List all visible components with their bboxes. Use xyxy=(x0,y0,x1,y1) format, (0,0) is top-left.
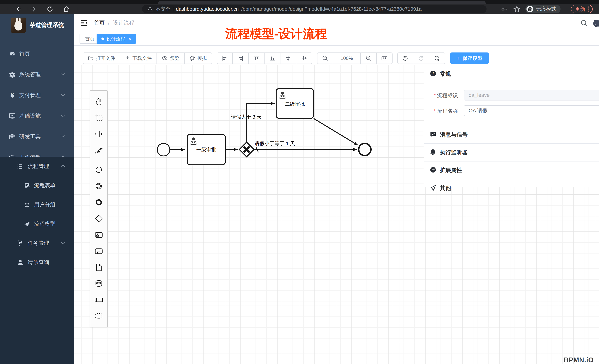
sidebar-item-system[interactable]: 系统管理 xyxy=(0,64,74,85)
gateway-shape-icon[interactable] xyxy=(90,211,107,227)
align-center-vertical-button[interactable] xyxy=(296,52,312,64)
exclusive-gateway[interactable] xyxy=(239,142,254,157)
align-center-horizontal-button[interactable] xyxy=(281,52,296,64)
user-task-level1[interactable]: 一级审批 xyxy=(187,134,225,165)
preview-button[interactable]: 预览 xyxy=(157,52,185,64)
github-icon[interactable] xyxy=(592,18,599,28)
sidebar-item-label: 系统管理 xyxy=(19,71,41,78)
sidebar-item-process-form[interactable]: 流程表单 xyxy=(0,176,74,195)
plus-circle-icon xyxy=(430,167,436,174)
align-bottom-button[interactable] xyxy=(264,52,281,64)
lasso-tool-icon[interactable] xyxy=(90,110,107,126)
data-object-shape-icon[interactable] xyxy=(90,259,107,276)
process-key-field-row: *流程标识 xyxy=(424,90,599,101)
tree-list-icon xyxy=(16,163,24,169)
sidebar-item-leave-query[interactable]: 请假查询 xyxy=(0,253,74,272)
zoom-reset-button[interactable] xyxy=(377,52,393,64)
sidebar-item-user-group[interactable]: 用户分组 xyxy=(0,195,74,214)
process-key-input[interactable] xyxy=(464,90,599,101)
tab-close-icon[interactable]: × xyxy=(128,36,131,42)
browser-chrome: 不安全 dashboard.yudao.iocoder.cn/bpm/manag… xyxy=(0,0,599,14)
password-key-icon[interactable] xyxy=(501,5,508,13)
flow-task2-to-end[interactable] xyxy=(314,119,358,145)
end-event[interactable] xyxy=(359,143,371,156)
tab-design-process[interactable]: 设计流程 × xyxy=(97,34,136,44)
browser-reload-button[interactable] xyxy=(46,5,54,13)
end-event-shape-icon[interactable] xyxy=(90,194,107,211)
sidebar-item-home[interactable]: 首页 xyxy=(0,44,74,64)
search-icon[interactable] xyxy=(579,18,589,28)
palette-divider xyxy=(92,160,106,160)
panel-section-other[interactable]: 其他 xyxy=(424,179,599,197)
browser-back-button[interactable] xyxy=(14,5,22,13)
sidebar-item-devtools[interactable]: 研发工具 xyxy=(0,126,74,147)
process-name-label: *流程名称 xyxy=(434,108,458,115)
sidebar-item-process-mgmt[interactable]: 流程管理 xyxy=(0,157,74,176)
sidebar-item-payment[interactable]: ¥ 支付管理 xyxy=(0,85,74,106)
download-file-label: 下载文件 xyxy=(132,55,152,61)
intermediate-event-shape-icon[interactable] xyxy=(90,178,107,194)
panel-section-general[interactable]: i 常规 xyxy=(424,65,599,83)
simulate-label: 模拟 xyxy=(197,55,207,61)
start-event[interactable] xyxy=(157,143,170,156)
panel-section-title: 扩展属性 xyxy=(440,167,462,174)
sidebar-item-process-model[interactable]: 流程模型 xyxy=(0,214,74,234)
panel-section-extensions[interactable]: 扩展属性 xyxy=(424,161,599,179)
panel-section-listeners[interactable]: 执行监听器 xyxy=(424,144,599,161)
app-logo-row[interactable]: 芋道管理系统 xyxy=(0,14,74,36)
zoom-out-button[interactable] xyxy=(317,52,333,64)
chevron-down-icon xyxy=(60,241,65,245)
browser-home-button[interactable] xyxy=(62,5,70,13)
process-name-input[interactable] xyxy=(464,105,599,116)
zoom-level: 100% xyxy=(333,52,361,64)
undo-button[interactable] xyxy=(397,52,413,64)
sidebar: 芋道管理系统 首页 系统管理 ¥ 支付管理 基础设施 xyxy=(0,14,74,364)
flow-gateway-to-task2[interactable] xyxy=(247,103,275,142)
hand-tool-icon[interactable] xyxy=(90,93,107,110)
redo-button[interactable] xyxy=(413,52,429,64)
simulate-button[interactable]: 模拟 xyxy=(185,52,212,64)
sidebar-fold-icon[interactable] xyxy=(79,18,88,27)
bpmn-canvas[interactable]: 一级审批 二级审批 请假大于 3 天 请假小于等于 1 天 xyxy=(74,65,599,364)
save-model-button[interactable]: + 保存模型 xyxy=(450,52,489,64)
browser-update-button[interactable]: 更新 xyxy=(571,5,593,13)
bpmn-io-logo[interactable]: BPMN.iO xyxy=(564,356,594,364)
panel-section-messages[interactable]: 消息与信号 xyxy=(424,126,599,144)
user-task-shape-icon[interactable] xyxy=(90,227,107,243)
sidebar-item-infra[interactable]: 基础设施 xyxy=(0,106,74,126)
user-task-level2[interactable]: 二级审批 xyxy=(276,88,314,119)
participant-pool-shape-icon[interactable] xyxy=(90,292,107,308)
browser-forward-button[interactable] xyxy=(30,5,38,13)
space-tool-icon[interactable] xyxy=(90,126,107,142)
open-file-button[interactable]: 打开文件 xyxy=(83,52,120,64)
data-store-shape-icon[interactable] xyxy=(90,276,107,292)
zoom-in-button[interactable] xyxy=(361,52,377,64)
sidebar-item-task-mgmt[interactable]: 任务管理 xyxy=(0,234,74,253)
align-top-button[interactable] xyxy=(249,52,264,64)
incognito-badge: 无痕模式 xyxy=(525,5,561,13)
not-secure-icon xyxy=(147,6,153,12)
browser-menu-icon[interactable] xyxy=(588,7,589,12)
browser-address-bar[interactable]: 不安全 dashboard.yudao.iocoder.cn/bpm/manag… xyxy=(142,5,486,13)
browser-active-tab[interactable] xyxy=(158,1,486,4)
svg-text:i: i xyxy=(432,71,434,76)
app-logo xyxy=(11,17,26,33)
send-icon xyxy=(430,185,436,192)
align-right-button[interactable] xyxy=(233,52,249,64)
yen-icon: ¥ xyxy=(9,92,16,99)
start-event-shape-icon[interactable] xyxy=(90,162,107,178)
bookmark-star-icon[interactable] xyxy=(513,5,520,13)
breadcrumb-home[interactable]: 首页 xyxy=(94,19,105,27)
task-flow-icon xyxy=(16,240,24,246)
align-left-button[interactable] xyxy=(217,52,233,64)
url-divider xyxy=(173,7,173,11)
refresh-button[interactable] xyxy=(429,52,445,64)
global-connect-tool-icon[interactable] xyxy=(90,142,107,158)
breadcrumb: 首页 / 设计流程 xyxy=(94,14,134,32)
sidebar-item-label: 用户分组 xyxy=(34,201,55,208)
subprocess-shape-icon[interactable] xyxy=(90,243,107,259)
download-icon xyxy=(125,56,130,61)
page-root: 不安全 dashboard.yudao.iocoder.cn/bpm/manag… xyxy=(0,0,599,364)
group-shape-icon[interactable] xyxy=(90,308,107,324)
download-file-button[interactable]: 下载文件 xyxy=(120,52,157,64)
